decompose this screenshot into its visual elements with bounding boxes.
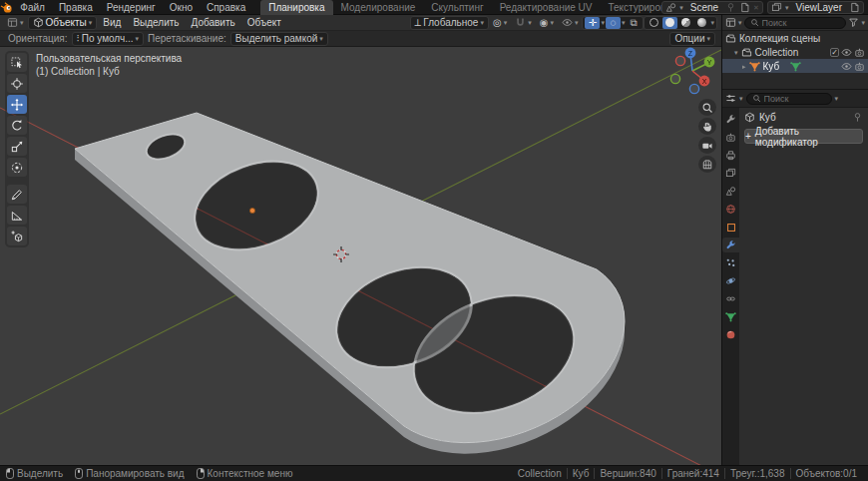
- viewlayer-name[interactable]: ViewLayer: [791, 2, 846, 13]
- tab-world[interactable]: [722, 202, 739, 217]
- show-object-types-dropdown[interactable]: ▾: [558, 16, 583, 30]
- blender-logo-icon[interactable]: [0, 0, 13, 15]
- scene-selector[interactable]: ▾ Scene ✕: [661, 1, 763, 14]
- tab-render[interactable]: [722, 130, 739, 145]
- viewport-canvas[interactable]: Z Y X Пользовательская перспектива (1) C…: [0, 47, 721, 465]
- disable-render-icon[interactable]: [854, 47, 865, 58]
- menu-help[interactable]: Справка: [200, 0, 252, 15]
- tab-particles[interactable]: [722, 255, 739, 270]
- perspective-toggle-button[interactable]: [698, 156, 716, 173]
- gizmo-x-neg-axis[interactable]: [675, 56, 684, 65]
- menu-window[interactable]: Окно: [163, 0, 200, 15]
- tab-view-layer[interactable]: [722, 166, 739, 181]
- menu-file[interactable]: Файл: [13, 0, 52, 15]
- new-scene-icon[interactable]: [739, 2, 750, 13]
- tab-material[interactable]: [722, 327, 739, 342]
- outliner-search-input[interactable]: [762, 18, 841, 28]
- filter-funnel-icon[interactable]: [848, 17, 859, 28]
- expand-icon[interactable]: ▸: [742, 63, 746, 70]
- properties-search[interactable]: [746, 93, 832, 105]
- transform-orientation-dropdown[interactable]: ⟂ Глобальное ▾: [410, 16, 489, 30]
- tab-texture-paint[interactable]: Текстурирование: [601, 0, 662, 15]
- display-mode-icon[interactable]: [725, 17, 736, 28]
- exclude-checkbox[interactable]: ✓: [830, 48, 839, 57]
- pin-id-icon[interactable]: [852, 112, 863, 123]
- tab-constraints[interactable]: [722, 291, 739, 306]
- tab-modifiers[interactable]: [722, 238, 739, 252]
- scale-tool[interactable]: [7, 137, 27, 156]
- annotate-tool[interactable]: [7, 185, 27, 204]
- tool-orientation-dropdown[interactable]: ⁝ По умолч... ▾: [72, 32, 145, 46]
- menu-edit[interactable]: Правка: [52, 0, 100, 15]
- editor-type-button[interactable]: ▾: [3, 16, 28, 30]
- unlink-scene-icon[interactable]: ✕: [753, 4, 759, 11]
- properties-tabs: [722, 108, 739, 466]
- tab-tool[interactable]: [722, 112, 739, 127]
- navigation-gizmo[interactable]: Z Y X: [670, 48, 714, 94]
- pivot-point-dropdown[interactable]: ◎ ▾: [489, 16, 511, 30]
- mode-dropdown[interactable]: Объекты ▾: [28, 16, 98, 30]
- snap-controls[interactable]: ▾: [511, 16, 536, 30]
- shading-wireframe-button[interactable]: [647, 17, 661, 29]
- gizmo-z-neg-axis[interactable]: [689, 84, 698, 93]
- shading-rendered-button[interactable]: [694, 17, 709, 29]
- add-cube-tool[interactable]: [7, 227, 27, 245]
- menu-add[interactable]: Добавить: [186, 17, 241, 28]
- breadcrumb-object-name[interactable]: Куб: [759, 112, 776, 123]
- pin-scene-icon[interactable]: [725, 2, 736, 13]
- hide-eye-icon[interactable]: [841, 61, 852, 72]
- drag-mode-dropdown[interactable]: Выделить рамкой ▾: [230, 32, 328, 46]
- outliner-row-collection[interactable]: ▾ Collection ✓: [722, 45, 868, 59]
- tab-output[interactable]: [722, 148, 739, 163]
- properties-editor-icon[interactable]: [725, 93, 736, 104]
- menu-object[interactable]: Объект: [241, 17, 287, 28]
- shading-material-button[interactable]: [678, 17, 693, 29]
- outliner-row-cube[interactable]: ▸ Куб: [722, 59, 868, 73]
- tab-layout[interactable]: Планировка: [260, 0, 332, 15]
- tab-object-data[interactable]: [722, 309, 739, 324]
- menu-select[interactable]: Выделить: [127, 17, 185, 28]
- new-viewlayer-icon[interactable]: [849, 2, 860, 13]
- properties-search-input[interactable]: [764, 94, 826, 104]
- measure-tool[interactable]: [7, 206, 27, 225]
- cursor-tool[interactable]: [7, 74, 27, 93]
- collapse-icon[interactable]: ▾: [734, 49, 738, 56]
- pan-view-button[interactable]: [698, 118, 716, 135]
- zoom-view-button[interactable]: [698, 99, 716, 116]
- hint-select: Выделить: [6, 468, 63, 479]
- proportional-editing[interactable]: ◉ ▾: [536, 16, 558, 30]
- scene-name[interactable]: Scene: [686, 2, 722, 13]
- tab-physics[interactable]: [722, 273, 739, 288]
- tab-scene[interactable]: [722, 184, 739, 199]
- disable-render-icon[interactable]: [854, 61, 865, 72]
- xray-toggle[interactable]: ⧉: [626, 17, 641, 29]
- move-tool[interactable]: [7, 95, 27, 114]
- mesh-plate-top[interactable]: [75, 113, 625, 443]
- show-gizmo-toggle[interactable]: ✛: [585, 17, 600, 29]
- tab-sculpting[interactable]: Скульптинг: [423, 0, 491, 15]
- stat-verts: Вершин:840: [594, 468, 660, 479]
- options-dropdown[interactable]: Опции ▾: [669, 32, 715, 46]
- tab-uv-editing[interactable]: Редактирование UV: [492, 0, 601, 15]
- camera-view-button[interactable]: [698, 137, 716, 154]
- viewlayer-selector[interactable]: ▾ ViewLayer: [767, 1, 864, 14]
- outliner-search[interactable]: [744, 17, 847, 29]
- transform-tool[interactable]: [7, 158, 27, 177]
- tab-modeling[interactable]: Моделирование: [333, 0, 424, 15]
- chevron-down-icon: ▾: [706, 35, 710, 42]
- menu-view[interactable]: Вид: [97, 17, 127, 28]
- rotate-tool[interactable]: [7, 116, 27, 135]
- gizmo-y-neg-axis[interactable]: [670, 74, 679, 83]
- shading-solid-button[interactable]: [662, 17, 677, 29]
- tab-object[interactable]: [722, 220, 739, 235]
- object-origin-dot[interactable]: [249, 208, 254, 213]
- hide-eye-icon[interactable]: [841, 47, 852, 58]
- menu-render[interactable]: Рендеринг: [100, 0, 163, 15]
- show-overlays-toggle[interactable]: ◌: [606, 17, 621, 29]
- options-label: Опции: [674, 33, 704, 44]
- select-box-tool[interactable]: [7, 53, 27, 72]
- outliner-row-scene-collection[interactable]: Коллекция сцены: [722, 31, 868, 45]
- chevron-down-icon: ▾: [136, 35, 140, 42]
- magnet-icon[interactable]: [515, 17, 526, 28]
- add-modifier-button[interactable]: + Добавить модификатор: [744, 129, 863, 144]
